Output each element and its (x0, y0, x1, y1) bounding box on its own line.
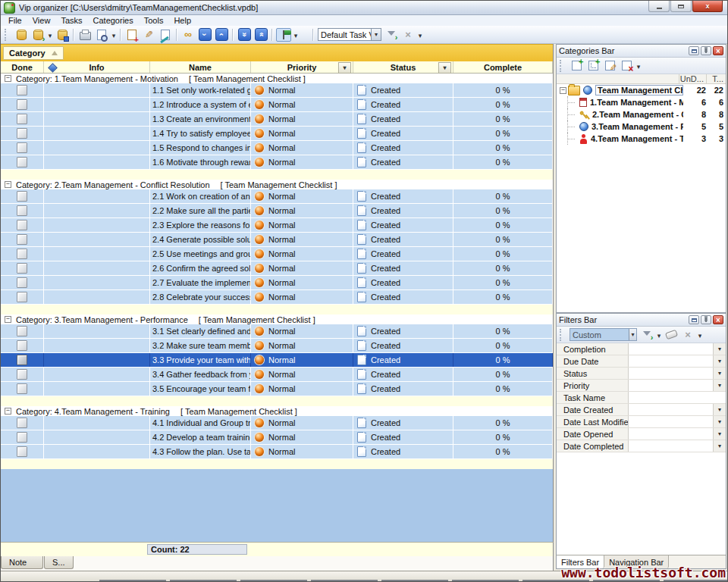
done-checkbox[interactable] (17, 355, 27, 365)
filters-bar-title[interactable]: Filters Bar (557, 314, 726, 327)
apply-view-icon[interactable] (384, 28, 399, 42)
category-tree-item[interactable]: 2.Team Management - Conflict88 (557, 108, 726, 120)
filter-dropdown-button[interactable] (713, 343, 726, 355)
filters-toolbar-overflow[interactable] (696, 329, 704, 341)
done-checkbox[interactable] (17, 220, 27, 230)
clear-view-icon[interactable] (400, 28, 416, 42)
column-header-done[interactable]: Done (1, 61, 44, 73)
filter-dropdown-button[interactable] (713, 355, 726, 367)
print-preview-icon[interactable] (94, 28, 109, 42)
task-row[interactable]: 1.4 Try to satisfy employee needs.Normal… (1, 127, 553, 141)
delete-category-icon[interactable] (619, 59, 634, 73)
task-row[interactable]: 2.4 Generate possible solutions forNorma… (1, 233, 553, 247)
filter-value-field[interactable] (629, 355, 713, 367)
done-checkbox[interactable] (17, 277, 27, 288)
task-row[interactable]: 3.4 Gather feedback from your teamNormal… (1, 368, 553, 382)
menu-help[interactable]: Help (168, 16, 196, 25)
delete-filter-icon[interactable] (680, 328, 695, 342)
done-checkbox[interactable] (17, 340, 27, 351)
apply-filter-dropdown[interactable] (655, 329, 663, 341)
delete-task-icon[interactable] (158, 28, 173, 42)
collapse-all-icon[interactable] (253, 28, 268, 42)
filter-dropdown-button[interactable] (713, 440, 726, 452)
clear-filter-icon[interactable] (664, 328, 679, 342)
close-panel-button[interactable] (713, 315, 723, 324)
maximize-button[interactable] (670, 1, 692, 12)
done-checkbox[interactable] (17, 369, 27, 380)
group-header-row[interactable]: Category: 1.Team Management - Motivation… (1, 74, 553, 83)
categories-toolbar-overflow[interactable] (635, 60, 642, 72)
priority-filter-button[interactable] (338, 62, 351, 74)
apply-filter-icon[interactable] (639, 328, 654, 342)
collapse-tree-icon[interactable] (560, 87, 566, 94)
filter-value-field[interactable] (629, 380, 713, 391)
task-row[interactable]: 4.1 Individual and Group trainingNormalC… (1, 416, 553, 430)
category-tree-item[interactable]: 4.Team Management - Training33 (557, 133, 726, 145)
menu-tasks[interactable]: Tasks (55, 16, 87, 25)
menu-view[interactable]: View (27, 16, 56, 25)
move-up-icon[interactable] (214, 28, 229, 42)
task-row[interactable]: 1.6 Motivate through rewards. WhenNormal… (1, 155, 553, 170)
done-checkbox[interactable] (17, 205, 27, 216)
collapse-group-icon[interactable] (5, 181, 11, 188)
filter-value-field[interactable] (629, 392, 726, 403)
done-checkbox[interactable] (17, 263, 27, 274)
task-row[interactable]: 2.2 Make sure all the parties want toNor… (1, 204, 553, 218)
done-checkbox[interactable] (17, 85, 27, 95)
collapse-group-icon[interactable] (5, 316, 11, 323)
done-checkbox[interactable] (17, 292, 27, 302)
task-view-combo[interactable]: Default Task V (318, 28, 381, 41)
categories-bar-title[interactable]: Categories Bar (557, 45, 726, 58)
done-checkbox[interactable] (17, 234, 27, 245)
category-tree-item[interactable]: 1.Team Management - Motivat66 (557, 96, 726, 108)
done-checkbox[interactable] (17, 157, 27, 167)
new-category-icon[interactable] (569, 59, 584, 73)
note-tab-s[interactable]: S... (44, 556, 74, 569)
task-row[interactable]: 4.2 Develop a team training plan.NormalC… (1, 430, 553, 445)
print-icon[interactable] (77, 28, 93, 42)
float-panel-button[interactable] (689, 315, 699, 324)
filter-value-field[interactable] (629, 440, 713, 452)
done-checkbox[interactable] (17, 114, 27, 124)
collapse-group-icon[interactable] (5, 75, 11, 82)
task-row[interactable]: 3.5 Encourage your team for betterNormal… (1, 382, 553, 396)
task-row[interactable]: 1.2 Introduce a system of effectiveNorma… (1, 98, 553, 112)
task-row[interactable]: 2.6 Confirm the agreed solution andNorma… (1, 261, 553, 276)
task-row[interactable]: 2.7 Evaluate the implementation - ifNorm… (1, 276, 553, 290)
column-header-complete[interactable]: Complete (453, 61, 553, 73)
menu-tools[interactable]: Tools (139, 16, 169, 25)
combo-dropdown-button[interactable] (371, 29, 381, 40)
edit-task-icon[interactable] (141, 28, 156, 42)
filter-dropdown-button[interactable] (713, 380, 726, 391)
note-tab-note[interactable]: Note (1, 556, 43, 569)
column-header-status[interactable]: Status (353, 61, 453, 73)
open-database-dropdown[interactable] (46, 29, 54, 41)
edit-category-icon[interactable] (602, 59, 617, 73)
menu-categories[interactable]: Categories (88, 16, 139, 25)
undone-column-header[interactable]: UnD... (679, 74, 706, 83)
new-subcategory-icon[interactable] (585, 59, 601, 73)
task-row[interactable]: 2.1 Work on creation of anNormalCreated0… (1, 189, 553, 204)
task-row[interactable]: 3.3 Provide your team with completeNorma… (1, 353, 553, 368)
category-tree-item[interactable]: Team Management Checklist2222 (557, 84, 726, 96)
new-task-icon[interactable] (124, 28, 140, 42)
close-panel-button[interactable] (713, 46, 723, 55)
done-checkbox[interactable] (17, 432, 27, 443)
task-row[interactable]: 3.1 Set clearly defined andNormalCreated… (1, 324, 553, 339)
open-database-icon[interactable] (30, 28, 46, 42)
task-row[interactable]: 1.1 Set only work-related goals. YourNor… (1, 83, 553, 98)
filter-dropdown-button[interactable] (713, 416, 726, 427)
done-checkbox[interactable] (17, 446, 27, 457)
done-checkbox[interactable] (17, 326, 27, 336)
column-header-priority[interactable]: Priority (251, 61, 353, 73)
collapse-group-icon[interactable] (5, 408, 11, 415)
toolbar-overflow[interactable] (416, 29, 424, 41)
done-checkbox[interactable] (17, 128, 27, 139)
task-row[interactable]: 2.8 Celebrate your success.NormalCreated… (1, 290, 553, 305)
close-button[interactable]: x (692, 1, 723, 12)
filter-dropdown-button[interactable] (713, 368, 726, 379)
done-checkbox[interactable] (17, 383, 27, 394)
filter-dropdown-button[interactable] (713, 428, 726, 440)
done-checkbox[interactable] (17, 99, 27, 110)
save-database-icon[interactable] (55, 28, 70, 42)
